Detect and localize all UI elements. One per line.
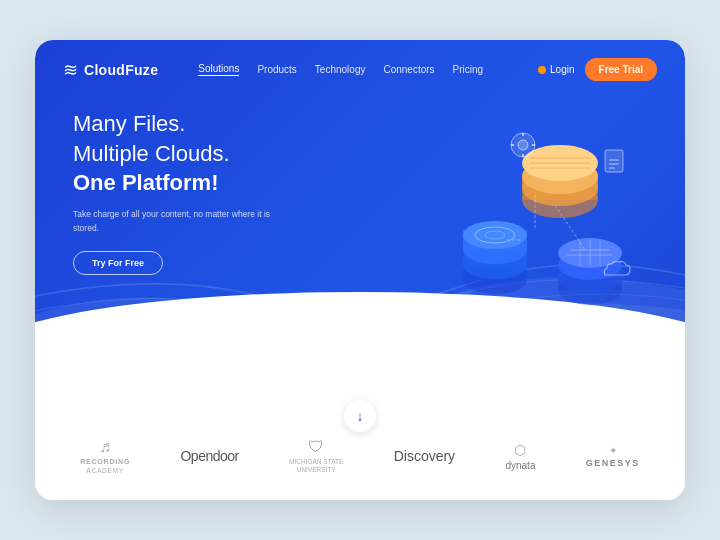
grammy-icon: ♬ (99, 438, 111, 456)
login-dot-icon (538, 66, 546, 74)
download-button[interactable]: ↓ (344, 400, 376, 432)
discovery-label: Discovery (394, 448, 455, 464)
logo-icon: ≋ (63, 59, 78, 81)
main-card: ≋ CloudFuze Solutions Products Technolog… (35, 40, 685, 500)
svg-rect-32 (605, 150, 623, 172)
download-icon: ↓ (357, 408, 364, 424)
logo-text: CloudFuze (84, 62, 158, 78)
partner-discovery: Discovery (394, 448, 455, 464)
partner-recording-academy: ♬ RECORDING ACADEMY (80, 438, 130, 474)
hero-content: Many Files. Multiple Clouds. One Platfor… (35, 81, 315, 275)
nav-links: Solutions Products Technology Connectors… (198, 63, 538, 76)
nav-products[interactable]: Products (257, 64, 296, 75)
genesys-icon: ✦ (609, 445, 617, 456)
partner-michigan-state: 🛡 MICHIGAN STATEUNIVERSITY (289, 438, 343, 475)
hero-subtext: Take charge of all your content, no matt… (73, 208, 273, 235)
nav-technology[interactable]: Technology (315, 64, 366, 75)
partner-opendoor: Opendoor (180, 448, 238, 464)
navbar: ≋ CloudFuze Solutions Products Technolog… (35, 40, 685, 81)
dynata-icon: ⬡ (514, 442, 526, 458)
nav-actions: Login Free Trial (538, 58, 657, 81)
michigan-icon: 🛡 (308, 438, 324, 456)
hero-section: ≋ CloudFuze Solutions Products Technolog… (35, 40, 685, 380)
nav-pricing[interactable]: Pricing (453, 64, 484, 75)
hero-headline: Many Files. Multiple Clouds. One Platfor… (73, 109, 287, 198)
free-trial-button[interactable]: Free Trial (585, 58, 657, 81)
isometric-illustration (375, 95, 655, 355)
try-for-free-button[interactable]: Try For Free (73, 251, 163, 275)
svg-point-15 (463, 221, 527, 249)
partner-genesys: ✦ GENESYS (586, 445, 640, 468)
partner-dynata: ⬡ dynata (505, 442, 535, 471)
login-button[interactable]: Login (538, 64, 574, 75)
nav-connectors[interactable]: Connectors (383, 64, 434, 75)
logo: ≋ CloudFuze (63, 59, 158, 81)
nav-solutions[interactable]: Solutions (198, 63, 239, 76)
svg-point-37 (518, 140, 528, 150)
